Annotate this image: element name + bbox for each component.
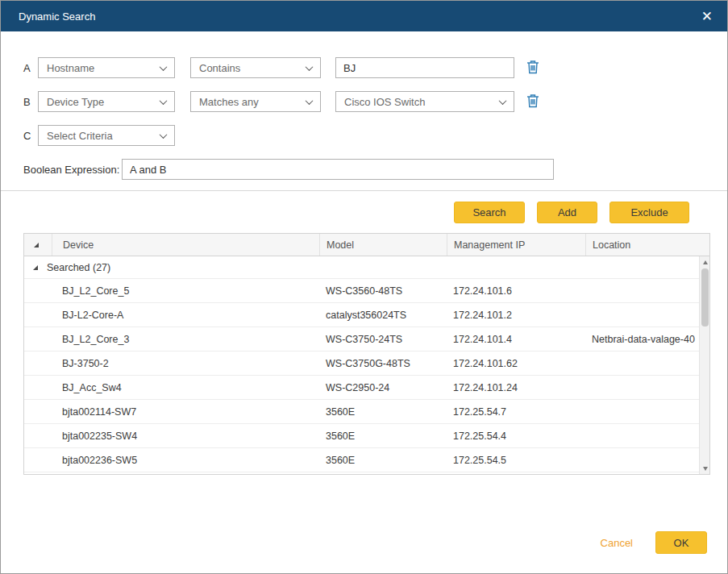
cell-management-ip: 172.25.54.7	[447, 406, 585, 418]
arrow-up-icon	[703, 260, 708, 264]
boolean-expression-label: Boolean Expression:	[23, 164, 122, 176]
boolean-expression-row: Boolean Expression:	[23, 159, 727, 180]
chevron-down-icon	[160, 97, 168, 105]
cell-device: BJ-L2-Core-A	[24, 310, 319, 321]
table-row[interactable]: bjta002236-SW5 3560E 172.25.54.5	[24, 448, 699, 472]
operator-select-a[interactable]: Contains	[190, 57, 321, 78]
criteria-row-b: B Device Type Matches any Cisco IOS Swit…	[23, 91, 727, 112]
triangle-icon	[34, 243, 39, 247]
chevron-down-icon	[306, 63, 314, 71]
trash-icon	[526, 94, 539, 108]
criteria-row-c: C Select Criteria	[23, 125, 727, 146]
value-select-b-value: Cisco IOS Switch	[344, 96, 425, 108]
arrow-down-icon	[703, 467, 708, 471]
delete-criteria-b-button[interactable]	[526, 94, 539, 110]
cell-model: 3560E	[319, 430, 447, 442]
field-select-c[interactable]: Select Criteria	[38, 125, 175, 146]
scroll-down-arrow[interactable]	[700, 463, 710, 474]
table-row[interactable]: BJ-L2-Core-A catalyst356024TS 172.24.101…	[24, 303, 699, 327]
dialog-titlebar: Dynamic Search ✕	[1, 1, 727, 31]
close-icon[interactable]: ✕	[701, 10, 713, 23]
results-table: Device Model Management IP Location Sear…	[23, 233, 710, 475]
cell-device: bjta002235-SW4	[24, 430, 319, 442]
cell-device: BJ_L2_Core_5	[24, 285, 319, 297]
cell-device: bjta002236-SW5	[24, 455, 319, 466]
column-header-model[interactable]: Model	[319, 234, 447, 256]
table-row[interactable]: BJ_L2_Core_5 WS-C3560-48TS 172.24.101.6	[24, 279, 699, 303]
field-select-c-value: Select Criteria	[47, 130, 113, 142]
field-select-b-value: Device Type	[47, 96, 104, 108]
criteria-letter-c: C	[23, 130, 38, 142]
group-label: Searched (27)	[47, 262, 110, 273]
rows-area: Searched (27) BJ_L2_Core_5 WS-C3560-48TS…	[24, 256, 699, 472]
field-select-b[interactable]: Device Type	[38, 91, 175, 112]
table-row[interactable]: bjta002114-SW7 3560E 172.25.54.7	[24, 400, 699, 424]
vertical-scrollbar[interactable]	[699, 256, 709, 474]
column-header-location[interactable]: Location	[585, 234, 709, 256]
cell-model: WS-C2950-24	[319, 382, 447, 393]
cell-device: BJ_Acc_Sw4	[24, 382, 319, 393]
boolean-expression-input[interactable]	[122, 159, 554, 180]
chevron-down-icon	[306, 97, 314, 105]
criteria-row-a: A Hostname Contains	[23, 57, 727, 78]
dialog-title: Dynamic Search	[19, 10, 95, 23]
cell-device: bjta002114-SW7	[24, 406, 319, 418]
add-button[interactable]: Add	[537, 202, 597, 223]
cell-management-ip: 172.25.54.5	[447, 455, 585, 466]
operator-select-b[interactable]: Matches any	[190, 91, 321, 112]
cell-model: WS-C3560-48TS	[319, 285, 447, 297]
cell-management-ip: 172.24.101.4	[447, 334, 585, 345]
chevron-down-icon	[160, 63, 168, 71]
table-row[interactable]: bjta002235-SW4 3560E 172.25.54.4	[24, 424, 699, 448]
table-row[interactable]: BJ_L2_Core_3 WS-C3750-24TS 172.24.101.4 …	[24, 327, 699, 351]
cancel-button[interactable]: Cancel	[596, 536, 638, 550]
operator-select-a-value: Contains	[199, 62, 240, 74]
column-header-management-ip[interactable]: Management IP	[447, 234, 585, 256]
cell-location: Netbrai-data-valage-40	[585, 334, 699, 345]
cell-model: catalyst356024TS	[319, 310, 447, 321]
value-select-b[interactable]: Cisco IOS Switch	[335, 91, 514, 112]
cell-device: BJ-3750-2	[24, 358, 319, 369]
search-button[interactable]: Search	[454, 202, 525, 223]
chevron-down-icon	[160, 131, 168, 139]
table-body: Searched (27) BJ_L2_Core_5 WS-C3560-48TS…	[24, 256, 709, 474]
cell-model: WS-C3750-24TS	[319, 334, 447, 345]
scroll-up-arrow[interactable]	[700, 256, 710, 268]
criteria-letter-a: A	[23, 62, 38, 74]
column-header-device[interactable]: Device	[52, 234, 319, 256]
cell-model: 3560E	[319, 455, 447, 466]
cell-device: BJ_L2_Core_3	[24, 334, 319, 345]
criteria-section: A Hostname Contains B Device Type	[1, 31, 727, 146]
value-input-a[interactable]	[335, 57, 514, 78]
table-row[interactable]: BJ_Acc_Sw4 WS-C2950-24 172.24.101.24	[24, 376, 699, 400]
dialog-footer: Cancel OK	[596, 531, 707, 554]
actions-bar: Search Add Exclude	[1, 202, 727, 223]
chevron-down-icon	[499, 97, 507, 105]
cell-management-ip: 172.24.101.24	[447, 382, 585, 393]
table-row[interactable]: BJ-3750-2 WS-C3750G-48TS 172.24.101.62	[24, 351, 699, 376]
cell-management-ip: 172.24.101.62	[447, 358, 585, 369]
cell-management-ip: 172.24.101.2	[447, 310, 585, 321]
criteria-letter-b: B	[23, 96, 38, 108]
expand-triangle-icon	[33, 265, 38, 270]
trash-icon	[526, 60, 539, 74]
ok-button[interactable]: OK	[655, 531, 707, 554]
separator-line	[1, 190, 727, 191]
collapse-all-header[interactable]	[24, 234, 52, 256]
delete-criteria-a-button[interactable]	[526, 60, 539, 76]
field-select-a-value: Hostname	[47, 62, 94, 74]
dynamic-search-dialog: Dynamic Search ✕ A Hostname Contains	[0, 0, 728, 574]
table-header: Device Model Management IP Location	[24, 234, 709, 256]
exclude-button[interactable]: Exclude	[609, 202, 689, 223]
cell-model: WS-C3750G-48TS	[319, 358, 447, 369]
group-row-searched[interactable]: Searched (27)	[24, 256, 699, 279]
scrollbar-thumb[interactable]	[701, 268, 709, 327]
cell-model: 3560E	[319, 406, 447, 418]
cell-management-ip: 172.25.54.4	[447, 430, 585, 442]
field-select-a[interactable]: Hostname	[38, 57, 175, 78]
cell-management-ip: 172.24.101.6	[447, 285, 585, 297]
operator-select-b-value: Matches any	[199, 96, 259, 108]
